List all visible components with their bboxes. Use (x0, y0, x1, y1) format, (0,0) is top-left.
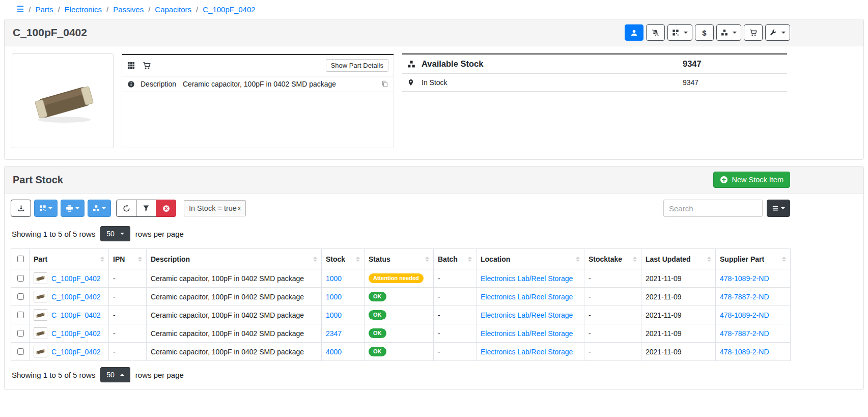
row-checkbox[interactable] (17, 330, 24, 337)
part-toolbar: $ (625, 24, 790, 41)
column-header-last-updated[interactable]: Last Updated (641, 249, 716, 269)
location-link[interactable]: Electronics Lab/Reel Storage (481, 293, 573, 301)
stock-link[interactable]: 4000 (326, 348, 342, 356)
column-header-stocktake[interactable]: Stocktake (584, 249, 641, 269)
row-checkbox[interactable] (17, 312, 24, 318)
part-link[interactable]: C_100pF_0402 (51, 274, 101, 283)
select-all-checkbox[interactable] (17, 256, 24, 262)
supplier-part-link[interactable]: 478-1089-2-ND (720, 274, 769, 283)
page-size-value: 50 (106, 230, 115, 238)
part-details-panel: Show Part Details Description Ceramic ca… (122, 53, 394, 148)
stock-actions-dropdown[interactable] (716, 24, 741, 41)
pricing-button[interactable]: $ (695, 24, 714, 41)
stock-link[interactable]: 2347 (326, 329, 342, 338)
part-link[interactable]: C_100pF_0402 (51, 348, 101, 356)
breadcrumb-link-parts[interactable]: Parts (35, 5, 53, 14)
breadcrumb-link-passives[interactable]: Passives (113, 5, 144, 14)
stock-link[interactable]: 1000 (326, 293, 342, 301)
location-cell: Electronics Lab/Reel Storage (477, 306, 584, 324)
refresh-button[interactable] (116, 200, 136, 217)
location-link[interactable]: Electronics Lab/Reel Storage (481, 329, 573, 338)
order-part-button[interactable] (744, 24, 763, 41)
remove-filter-button[interactable]: x (238, 205, 241, 212)
sort-icon (100, 257, 104, 262)
stock-link[interactable]: 1000 (326, 274, 342, 283)
row-select-cell (11, 269, 30, 288)
breadcrumb-link-electronics[interactable]: Electronics (65, 5, 102, 14)
available-stock-label: Available Stock (422, 59, 683, 69)
filter-button[interactable] (136, 200, 156, 217)
part-actions-dropdown[interactable] (765, 24, 790, 41)
status-cell: Attention needed (365, 269, 434, 288)
stock-cell: 1000 (322, 306, 365, 324)
cart-icon (749, 29, 757, 37)
unsubscribe-button[interactable] (646, 24, 665, 41)
breadcrumb-link-capacitors[interactable]: Capacitors (155, 5, 191, 14)
part-details-header: Show Part Details (122, 55, 394, 76)
print-actions-dropdown[interactable] (61, 200, 85, 217)
stock-actions-dropdown[interactable] (88, 200, 111, 217)
column-header-ipn[interactable]: IPN (109, 249, 147, 269)
batch-cell: - (434, 269, 477, 288)
chevron-down-icon (733, 32, 737, 34)
batch-cell: - (434, 288, 477, 306)
page-size-dropdown[interactable]: 50 (100, 226, 130, 241)
page: ☰ / Parts / Electronics / Passives / Cap… (0, 0, 868, 390)
barcode-actions-dropdown[interactable] (34, 200, 58, 217)
table-row: C_100pF_0402 - Ceramic capacitor, 100pF … (11, 324, 791, 343)
menu-icon[interactable]: ☰ (16, 5, 24, 14)
page-size-value: 50 (106, 371, 115, 379)
column-header-status[interactable]: Status (365, 249, 434, 269)
stock-link[interactable]: 1000 (326, 311, 342, 319)
column-header-batch[interactable]: Batch (434, 249, 477, 269)
clear-filters-button[interactable] (156, 200, 176, 217)
show-part-details-button[interactable]: Show Part Details (326, 59, 388, 72)
status-cell: OK (365, 288, 434, 306)
location-pin-icon (407, 79, 422, 86)
supplier-part-link[interactable]: 478-1089-2-ND (720, 311, 769, 319)
row-checkbox[interactable] (17, 293, 24, 300)
sort-icon (633, 257, 637, 262)
column-label: Part (34, 255, 47, 263)
part-link[interactable]: C_100pF_0402 (51, 293, 101, 301)
location-link[interactable]: Electronics Lab/Reel Storage (481, 311, 573, 319)
part-link[interactable]: C_100pF_0402 (51, 311, 101, 319)
part-detail-card: C_100pF_0402 (4, 19, 864, 160)
in-stock-label: In Stock (422, 78, 683, 87)
supplier-part-link[interactable]: 478-7887-2-ND (720, 293, 769, 301)
chevron-down-icon (102, 207, 106, 209)
part-link[interactable]: C_100pF_0402 (51, 329, 101, 338)
row-checkbox[interactable] (17, 275, 24, 282)
column-header-supplier-part[interactable]: Supplier Part (716, 249, 791, 269)
part-image[interactable] (12, 53, 114, 148)
location-cell: Electronics Lab/Reel Storage (477, 288, 584, 306)
breadcrumb-link-part[interactable]: C_100pF_0402 (203, 5, 255, 14)
column-header-location[interactable]: Location (477, 249, 584, 269)
new-stock-item-button[interactable]: New Stock Item (713, 172, 790, 188)
pagination-suffix: rows per page (135, 371, 184, 379)
column-header-description[interactable]: Description (147, 249, 322, 269)
in-stock-row: In Stock 9347 (402, 74, 787, 92)
column-label: Location (481, 255, 510, 263)
row-checkbox[interactable] (17, 348, 24, 355)
supplier-part-link[interactable]: 478-7887-2-ND (720, 329, 769, 338)
divider (402, 95, 787, 95)
export-button[interactable] (11, 200, 31, 217)
status-badge: OK (369, 310, 386, 320)
column-header-stock[interactable]: Stock (322, 249, 365, 269)
location-link[interactable]: Electronics Lab/Reel Storage (481, 348, 573, 356)
stock-cell: 2347 (322, 324, 365, 343)
subscribe-button[interactable] (625, 24, 643, 41)
supplier-part-link[interactable]: 478-1089-2-ND (720, 348, 769, 356)
available-stock-value: 9347 (683, 59, 782, 69)
barcode-actions-dropdown[interactable] (667, 24, 692, 41)
table-layout-dropdown[interactable] (767, 200, 790, 217)
pagination-summary: Showing 1 to 5 of 5 rows (12, 371, 95, 379)
location-link[interactable]: Electronics Lab/Reel Storage (481, 274, 573, 283)
copy-icon[interactable] (381, 80, 388, 88)
column-header-part[interactable]: Part (30, 249, 109, 269)
table-header-row: Part IPN Description Stock Status Batch … (11, 249, 791, 269)
search-input[interactable] (663, 200, 763, 217)
page-size-dropdown[interactable]: 50 (100, 367, 130, 382)
batch-cell: - (434, 324, 477, 343)
